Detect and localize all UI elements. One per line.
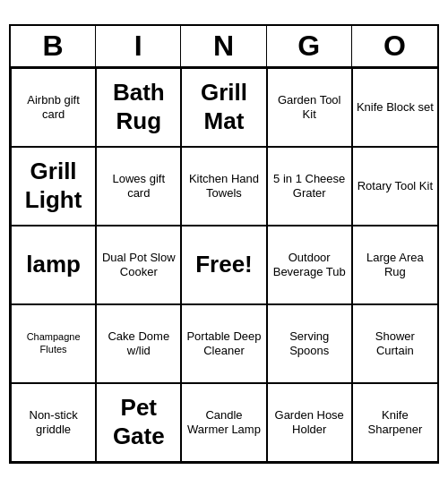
bingo-cell: Cake Dome w/lid [96,304,181,383]
bingo-header: BINGO [11,26,437,68]
bingo-cell: Kitchen Hand Towels [181,147,266,226]
bingo-cell: Candle Warmer Lamp [181,383,266,462]
header-letter: I [96,26,181,66]
header-letter: N [181,26,266,66]
bingo-cell: Garden Hose Holder [267,383,352,462]
bingo-card: BINGO Airbnb gift cardBath RugGrill MatG… [9,24,439,464]
bingo-cell: Large Area Rug [352,226,437,304]
bingo-cell: 5 in 1 Cheese Grater [267,147,352,226]
header-letter: G [267,26,352,66]
bingo-cell: Non-stick griddle [11,383,96,462]
bingo-cell: Pet Gate [96,383,181,462]
bingo-cell: Rotary Tool Kit [352,147,437,226]
bingo-cell: Garden Tool Kit [267,68,352,147]
bingo-cell: Grill Light [11,147,96,226]
bingo-cell: Portable Deep Cleaner [181,304,266,383]
bingo-cell: Airbnb gift card [11,68,96,147]
bingo-cell: Bath Rug [96,68,181,147]
bingo-cell: Shower Curtain [352,304,437,383]
bingo-cell: Serving Spoons [267,304,352,383]
bingo-cell: Free! [181,226,266,304]
header-letter: O [352,26,437,66]
bingo-cell: lamp [11,226,96,304]
bingo-cell: Lowes gift card [96,147,181,226]
bingo-cell: Champagne Flutes [11,304,96,383]
bingo-grid: Airbnb gift cardBath RugGrill MatGarden … [11,68,437,462]
bingo-cell: Knife Sharpener [352,383,437,462]
bingo-cell: Grill Mat [181,68,266,147]
bingo-cell: Outdoor Beverage Tub [267,226,352,304]
bingo-cell: Dual Pot Slow Cooker [96,226,181,304]
bingo-cell: Knife Block set [352,68,437,147]
header-letter: B [11,26,96,66]
